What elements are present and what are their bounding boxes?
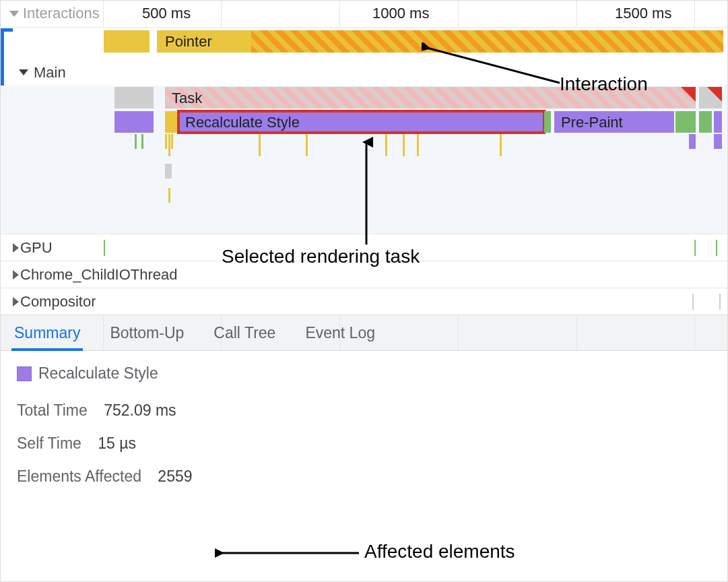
main-thread-label: Main [34, 64, 66, 82]
event-bar[interactable] [165, 111, 177, 133]
ruler-mark: 500 ms [142, 5, 191, 22]
pointer-event-bar[interactable] [104, 30, 150, 53]
elements-affected-label: Elements Affected [17, 467, 141, 486]
total-time-label: Total Time [17, 401, 88, 420]
event-bar[interactable] [675, 111, 696, 133]
task-bar[interactable] [114, 87, 154, 108]
event-bar[interactable] [689, 134, 696, 149]
event-color-swatch [17, 366, 32, 381]
chevron-down-icon [19, 69, 28, 75]
event-tick[interactable] [104, 240, 105, 256]
tab-event-log[interactable]: Event Log [305, 315, 375, 350]
compositor-label: Compositor [20, 293, 96, 311]
event-bar[interactable] [699, 111, 712, 133]
event-tick[interactable] [719, 294, 721, 310]
pointer-event-long[interactable] [251, 30, 723, 53]
event-tick[interactable] [417, 134, 419, 156]
gpu-track-toggle[interactable]: GPU [1, 234, 727, 261]
event-tick[interactable] [385, 134, 387, 156]
recalc-label: Recalculate Style [185, 114, 300, 131]
chevron-right-icon [13, 243, 19, 253]
self-time-label: Self Time [17, 434, 81, 453]
chevron-right-icon [13, 297, 19, 306]
details-tabs: Summary Bottom-Up Call Tree Event Log [1, 315, 727, 351]
annotation-arrow [215, 546, 363, 560]
prepaint-label: Pre-Paint [561, 114, 623, 131]
tab-summary[interactable]: Summary [14, 315, 80, 350]
long-task-warning-icon [707, 87, 722, 102]
task-long-bar[interactable]: Task [165, 87, 696, 108]
event-tick[interactable] [171, 134, 173, 149]
long-task-warning-icon [681, 87, 696, 102]
ruler-mark: 1000 ms [372, 5, 429, 22]
childio-track-toggle[interactable]: Chrome_ChildIOThread [1, 261, 727, 288]
gpu-label: GPU [20, 239, 53, 257]
pointer-event-label: Pointer [165, 33, 212, 51]
event-bar[interactable] [714, 111, 722, 133]
event-tick[interactable] [500, 134, 502, 156]
event-bar[interactable] [544, 111, 551, 133]
pointer-event-bar[interactable]: Pointer [157, 30, 251, 53]
event-tick[interactable] [168, 134, 170, 156]
event-bar[interactable] [714, 134, 722, 149]
interactions-track[interactable]: Pointer [1, 28, 727, 59]
tab-call-tree[interactable]: Call Tree [213, 315, 275, 350]
summary-event-name: Recalculate Style [38, 364, 158, 383]
pre-paint-bar[interactable]: Pre-Paint [554, 111, 674, 133]
chevron-right-icon [13, 270, 19, 280]
event-tick[interactable] [165, 134, 167, 149]
event-tick[interactable] [692, 294, 694, 310]
event-tick[interactable] [141, 134, 143, 149]
event-tick[interactable] [306, 134, 308, 156]
tab-bottom-up[interactable]: Bottom-Up [110, 315, 184, 350]
elements-affected-value: 2559 [158, 467, 192, 485]
timeline-ruler: Interactions 500 ms 1000 ms 1500 ms [1, 1, 727, 28]
annotation-text: Affected elements [364, 541, 515, 562]
event-tick[interactable] [135, 134, 137, 149]
event-bar[interactable] [165, 164, 172, 179]
event-bar[interactable] [114, 111, 154, 133]
compositor-track-toggle[interactable]: Compositor [1, 288, 727, 315]
summary-panel: Recalculate Style Total Time 752.09 ms S… [1, 351, 727, 514]
self-time-value: 15 µs [98, 434, 136, 452]
total-time-value: 752.09 ms [104, 401, 176, 419]
childio-label: Chrome_ChildIOThread [20, 266, 178, 284]
event-tick[interactable] [716, 240, 717, 256]
task-label: Task [172, 90, 202, 107]
event-tick[interactable] [259, 134, 261, 156]
main-flame-chart[interactable]: Task Recalculate Style Pre-Paint [1, 86, 727, 234]
recalculate-style-bar[interactable]: Recalculate Style [178, 111, 544, 133]
event-tick[interactable] [403, 134, 405, 156]
main-thread-toggle[interactable]: Main [1, 59, 727, 86]
ruler-mark: 1500 ms [615, 5, 671, 22]
event-tick[interactable] [694, 240, 696, 256]
task-bar[interactable] [699, 87, 722, 108]
event-tick[interactable] [168, 188, 170, 203]
